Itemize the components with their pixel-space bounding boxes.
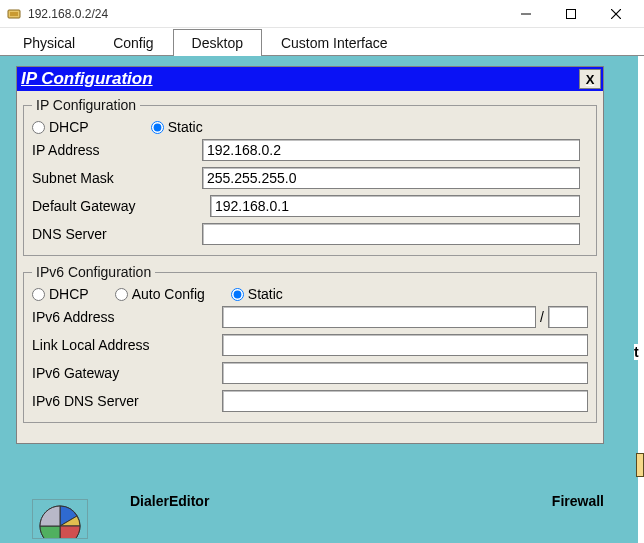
ipv4-mask-label: Subnet Mask xyxy=(32,170,202,186)
ipv4-radio-static-label: Static xyxy=(168,119,203,135)
maximize-button[interactable] xyxy=(548,0,593,27)
ip-config-dialog: IP Configuration X IP Configuration DHCP… xyxy=(16,66,604,444)
desktop-app-icon[interactable] xyxy=(32,499,88,539)
ipv4-radio-dhcp-input[interactable] xyxy=(32,121,45,134)
ipv6-radio-static-input[interactable] xyxy=(231,288,244,301)
ipv4-gw-label: Default Gateway xyxy=(32,198,202,214)
ipv4-dns-input[interactable] xyxy=(202,223,580,245)
dialog-titlebar: IP Configuration X xyxy=(17,67,603,91)
ipv6-legend: IPv6 Configuration xyxy=(32,264,155,280)
svg-rect-1 xyxy=(10,12,18,16)
window-controls xyxy=(503,0,638,27)
tab-config[interactable]: Config xyxy=(94,29,172,56)
ipv4-radio-dhcp[interactable]: DHCP xyxy=(32,119,89,135)
ipv6-gw-input[interactable] xyxy=(222,362,588,384)
ipv6-addr-label: IPv6 Address xyxy=(32,309,222,325)
ipv6-radio-static[interactable]: Static xyxy=(231,286,283,302)
ipv4-mask-input[interactable] xyxy=(202,167,580,189)
ipv4-gw-input[interactable] xyxy=(210,195,580,217)
ipv4-ip-input[interactable] xyxy=(202,139,580,161)
window-title: 192.168.0.2/24 xyxy=(28,7,108,21)
ipv4-radio-static-input[interactable] xyxy=(151,121,164,134)
desktop-label-firewall: Firewall xyxy=(552,493,604,509)
dialog-body: IP Configuration DHCP Static IP Address xyxy=(17,91,603,443)
ipv4-radio-dhcp-label: DHCP xyxy=(49,119,89,135)
ipv6-radio-auto-input[interactable] xyxy=(115,288,128,301)
desktop-icon-fragment xyxy=(636,453,644,477)
dialog-close-button[interactable]: X xyxy=(579,69,601,89)
ipv4-group: IP Configuration DHCP Static IP Address xyxy=(23,97,597,256)
ipv4-radio-static[interactable]: Static xyxy=(151,119,203,135)
svg-rect-3 xyxy=(566,9,575,18)
ipv4-ip-label: IP Address xyxy=(32,142,202,158)
ipv6-linklocal-input[interactable] xyxy=(222,334,588,356)
app-icon xyxy=(6,6,22,22)
tab-physical[interactable]: Physical xyxy=(4,29,94,56)
ipv6-radio-dhcp[interactable]: DHCP xyxy=(32,286,89,302)
ipv6-dns-input[interactable] xyxy=(222,390,588,412)
desktop-icon-labels: Dialer Editor Firewall xyxy=(0,493,638,509)
desktop-label-fragment: t xyxy=(634,344,644,360)
dialog-title-text: IP Configuration xyxy=(21,69,153,89)
ipv6-group: IPv6 Configuration DHCP Auto Config Stat… xyxy=(23,264,597,423)
ipv6-linklocal-label: Link Local Address xyxy=(32,337,222,353)
desktop-label-dialer: Dialer xyxy=(130,493,169,509)
ipv4-dns-label: DNS Server xyxy=(32,226,202,242)
close-button[interactable] xyxy=(593,0,638,27)
minimize-button[interactable] xyxy=(503,0,548,27)
ipv6-prefix-slash: / xyxy=(536,309,548,325)
ipv6-addr-input[interactable] xyxy=(222,306,536,328)
window-titlebar: 192.168.0.2/24 xyxy=(0,0,644,28)
ipv6-prefix-input[interactable] xyxy=(548,306,588,328)
tab-desktop[interactable]: Desktop xyxy=(173,29,262,56)
ipv6-radio-auto[interactable]: Auto Config xyxy=(115,286,205,302)
ipv6-dns-label: IPv6 DNS Server xyxy=(32,393,222,409)
ipv6-radio-auto-label: Auto Config xyxy=(132,286,205,302)
ipv4-legend: IP Configuration xyxy=(32,97,140,113)
desktop-backdrop: Dialer Editor Firewall t IP Configuratio… xyxy=(0,56,644,543)
ipv6-gw-label: IPv6 Gateway xyxy=(32,365,222,381)
desktop-label-editor: Editor xyxy=(169,493,209,509)
ipv6-radio-dhcp-input[interactable] xyxy=(32,288,45,301)
ipv6-radio-static-label: Static xyxy=(248,286,283,302)
ipv6-radio-dhcp-label: DHCP xyxy=(49,286,89,302)
tab-strip: Physical Config Desktop Custom Interface xyxy=(0,28,644,56)
tab-custom-interface[interactable]: Custom Interface xyxy=(262,29,407,56)
